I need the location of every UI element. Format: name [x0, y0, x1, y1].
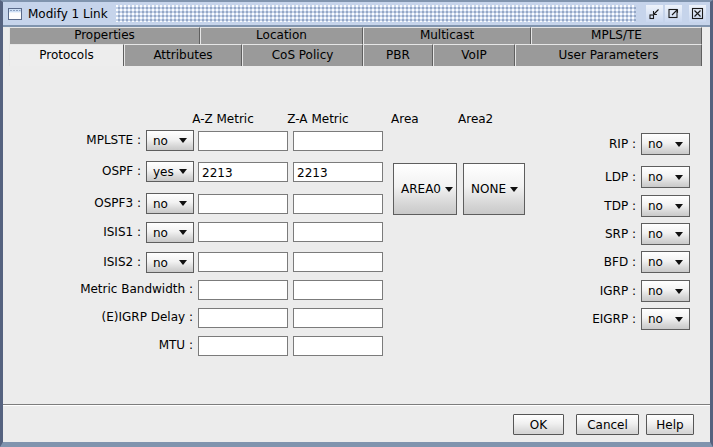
protocols-panel: A-Z Metric Z-A Metric Area Area2 MPLSTE …: [3, 66, 710, 404]
isis2-az-metric-input[interactable]: [198, 252, 288, 272]
isis2-enabled-value: no: [153, 256, 168, 270]
bfd-value: no: [648, 255, 663, 269]
mplste-enabled-select[interactable]: no: [146, 130, 194, 151]
maximize-icon: [667, 7, 680, 20]
isis2-za-metric-input[interactable]: [293, 252, 383, 272]
tab-mpls-te[interactable]: MPLS/TE: [531, 27, 702, 44]
metric-bandwidth-za-input[interactable]: [293, 280, 383, 300]
titlebar[interactable]: Modify 1 Link: [3, 2, 710, 27]
tab-strip: Properties Location Multicast MPLS/TE Pr…: [3, 27, 710, 66]
bfd-select[interactable]: no: [641, 251, 690, 273]
isis1-az-metric-input[interactable]: [198, 222, 288, 242]
isis1-label: ISIS1 :: [3, 225, 141, 240]
ospf-za-metric-input[interactable]: [293, 162, 383, 182]
area-select[interactable]: AREA0: [393, 163, 457, 215]
ok-button[interactable]: OK: [513, 414, 564, 435]
tdp-label: TDP :: [451, 199, 636, 214]
chevron-down-icon: [675, 142, 683, 147]
ospf3-enabled-value: no: [153, 197, 168, 211]
srp-value: no: [648, 227, 663, 241]
tab-row-1: Properties Location Multicast MPLS/TE: [9, 27, 710, 44]
chevron-down-icon: [179, 169, 187, 174]
tab-pbr[interactable]: PBR: [363, 44, 433, 66]
chevron-down-icon: [675, 204, 683, 209]
chevron-down-icon: [675, 232, 683, 237]
ldp-select[interactable]: no: [641, 166, 690, 188]
rip-label: RIP :: [451, 137, 636, 152]
metric-bandwidth-az-input[interactable]: [198, 280, 288, 300]
chevron-down-icon: [179, 138, 187, 143]
eigrp-select[interactable]: no: [641, 308, 690, 330]
ldp-value: no: [648, 170, 663, 184]
ospf-enabled-select[interactable]: yes: [146, 161, 194, 182]
mtu-label: MTU :: [3, 338, 193, 353]
tab-voip[interactable]: VoIP: [433, 44, 515, 66]
bfd-label: BFD :: [451, 255, 636, 270]
mplste-label: MPLSTE :: [3, 133, 141, 148]
chevron-down-icon: [179, 260, 187, 265]
eigrp-label: EIGRP :: [451, 312, 636, 327]
eigrp-delay-label: (E)IGRP Delay :: [3, 310, 193, 325]
chevron-down-icon: [675, 317, 683, 322]
tab-row-2: Protocols Attributes CoS Policy PBR VoIP…: [9, 44, 710, 66]
ospf-enabled-value: yes: [153, 165, 174, 179]
area-header: Area: [391, 112, 419, 127]
tdp-value: no: [648, 199, 663, 213]
ospf-label: OSPF :: [3, 164, 141, 179]
close-button[interactable]: [689, 5, 706, 22]
rip-select[interactable]: no: [641, 133, 690, 155]
button-bar: OK Cancel Help: [3, 406, 710, 442]
ospf3-enabled-select[interactable]: no: [146, 193, 194, 214]
mplste-za-metric-input[interactable]: [293, 131, 383, 151]
window-title: Modify 1 Link: [28, 7, 116, 21]
application-window-icon: [7, 6, 23, 22]
tab-protocols[interactable]: Protocols: [9, 44, 124, 66]
isis1-enabled-select[interactable]: no: [146, 222, 194, 243]
isis1-enabled-value: no: [153, 226, 168, 240]
tab-attributes[interactable]: Attributes: [124, 44, 242, 66]
mtu-za-input[interactable]: [293, 336, 383, 356]
eigrp-value: no: [648, 312, 663, 326]
minimize-button[interactable]: [646, 5, 663, 22]
tab-cos-policy[interactable]: CoS Policy: [242, 44, 363, 66]
metric-bandwidth-label: Metric Bandwidth :: [3, 282, 193, 297]
ospf3-az-metric-input[interactable]: [198, 194, 288, 214]
modify-link-dialog: Modify 1 Link Properties Location Mu: [0, 0, 713, 447]
isis2-label: ISIS2 :: [3, 255, 141, 270]
za-metric-header: Z-A Metric: [253, 112, 383, 127]
chevron-down-icon: [179, 201, 187, 206]
rip-value: no: [648, 137, 663, 151]
tab-multicast[interactable]: Multicast: [363, 27, 531, 44]
eigrp-delay-za-input[interactable]: [293, 308, 383, 328]
ospf-az-metric-input[interactable]: [198, 162, 288, 182]
srp-select[interactable]: no: [641, 223, 690, 245]
tdp-select[interactable]: no: [641, 195, 690, 217]
minimize-icon: [648, 7, 661, 20]
eigrp-delay-az-input[interactable]: [198, 308, 288, 328]
maximize-button[interactable]: [665, 5, 682, 22]
area-value: AREA0: [401, 182, 441, 196]
mplste-enabled-value: no: [153, 134, 168, 148]
isis1-za-metric-input[interactable]: [293, 222, 383, 242]
titlebar-drag-texture[interactable]: [116, 5, 636, 22]
ospf3-za-metric-input[interactable]: [293, 194, 383, 214]
area2-header: Area2: [458, 112, 493, 127]
igrp-value: no: [648, 284, 663, 298]
tab-user-parameters[interactable]: User Parameters: [515, 44, 702, 66]
chevron-down-icon: [179, 230, 187, 235]
cancel-button[interactable]: Cancel: [576, 414, 639, 435]
mplste-az-metric-input[interactable]: [198, 131, 288, 151]
help-button[interactable]: Help: [646, 414, 694, 435]
ldp-label: LDP :: [451, 170, 636, 185]
tab-location[interactable]: Location: [200, 27, 363, 44]
igrp-label: IGRP :: [451, 284, 636, 299]
srp-label: SRP :: [451, 227, 636, 242]
ospf3-label: OSPF3 :: [3, 196, 141, 211]
tab-properties[interactable]: Properties: [9, 27, 200, 44]
close-icon: [691, 7, 704, 20]
chevron-down-icon: [445, 187, 453, 192]
isis2-enabled-select[interactable]: no: [146, 252, 194, 273]
mtu-az-input[interactable]: [198, 336, 288, 356]
chevron-down-icon: [675, 289, 683, 294]
igrp-select[interactable]: no: [641, 280, 690, 302]
